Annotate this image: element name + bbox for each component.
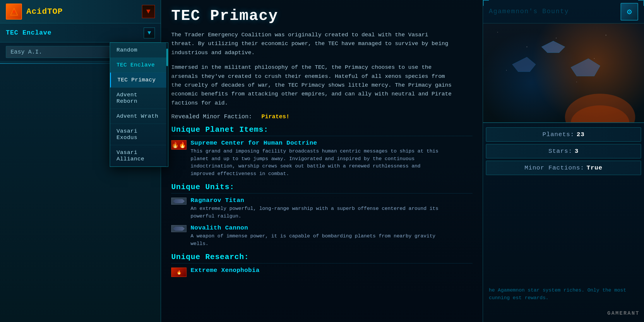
unit-2-desc: A weapon of immense power, it is capable…	[191, 232, 445, 247]
header-title-fade: Agamemnon's Bounty	[489, 8, 569, 15]
player-avatar	[6, 4, 22, 20]
planets-stat-box: Planets: 23	[486, 127, 641, 142]
svg-point-1	[13, 10, 16, 13]
research-title: Unique Research:	[171, 253, 472, 263]
player-dropdown-arrow[interactable]: ▼	[142, 5, 155, 18]
svg-point-2	[497, 32, 498, 32]
gamerant-logo: GAMERANT	[607, 310, 640, 316]
svg-point-4	[556, 38, 556, 38]
minor-factions-label: Minor Factions:	[525, 165, 584, 171]
flame-icon: 🔥🔥	[172, 141, 186, 149]
ship-shape-icon	[173, 199, 185, 203]
unit-2-icon	[171, 225, 186, 232]
stars-value: 3	[575, 148, 579, 155]
svg-marker-10	[512, 57, 536, 72]
right-header: Agamemnon's Bounty ⚙	[483, 0, 644, 23]
svg-point-8	[576, 82, 577, 82]
planets-label: Planets:	[542, 131, 574, 138]
corner-decoration-tr	[638, 0, 644, 6]
unit-2-name: Novalith Cannon	[191, 225, 445, 231]
research-1-name: Extreme Xenophobia	[191, 267, 260, 274]
minor-factions-stat-box: Minor Factions: True	[486, 161, 641, 175]
right-panel: Agamemnon's Bounty ⚙	[483, 0, 644, 322]
faction-desc-2: Immersed in the militant philosophy of t…	[171, 63, 452, 107]
stars-label: Stars:	[548, 148, 572, 155]
planet-item-1-text: Supreme Center for Human Doctrine This g…	[191, 140, 445, 177]
planet-item-1-name: Supreme Center for Human Doctrine	[191, 140, 445, 146]
svg-point-3	[527, 47, 527, 47]
research-1-icon: 🔥	[171, 268, 186, 277]
unit-1-text: Ragnarov Titan An extremely powerful, lo…	[191, 197, 445, 220]
svg-marker-11	[571, 59, 600, 76]
svg-point-6	[606, 35, 607, 36]
dropdown-item-advent-wrath[interactable]: Advent Wrath	[110, 109, 168, 124]
faction-desc-1: The Trader Emergency Coalition was origi…	[171, 30, 452, 57]
unit-2: Novalith Cannon A weapon of immense powe…	[171, 225, 472, 247]
cannon-shape-icon	[173, 227, 185, 231]
dropdown-item-tec-primacy[interactable]: TEC Primacy	[110, 73, 168, 88]
unit-1-name: Ragnarov Titan	[191, 197, 445, 204]
research-1: 🔥 Extreme Xenophobia	[171, 267, 472, 277]
dropdown-scrollbar-thumb	[166, 49, 168, 66]
unit-1-desc: An extremely powerful, long-range warshi…	[191, 205, 445, 220]
dropdown-item-vasari-alliance[interactable]: Vasari Alliance	[110, 145, 168, 167]
research-flame-icon: 🔥	[177, 270, 181, 275]
planet-item-1-desc: This grand and imposing facility broadca…	[191, 148, 445, 177]
stars-stat-box: Stars: 3	[486, 144, 641, 158]
faction-selector-row[interactable]: TEC Enclave ▼	[0, 23, 161, 42]
map-preview	[483, 23, 644, 123]
minor-faction-row: Revealed Minor Faction: Pirates!	[171, 113, 472, 120]
planet-item-1-icon: 🔥🔥	[171, 140, 186, 150]
dropdown-item-tec-enclave[interactable]: TEC Enclave	[110, 58, 168, 73]
planet-item-1: 🔥🔥 Supreme Center for Human Doctrine Thi…	[171, 140, 472, 177]
dropdown-item-vasari-exodus[interactable]: Vasari Exodus	[110, 124, 168, 145]
map-preview-inner	[483, 23, 644, 122]
corner-decoration-tl	[483, 0, 489, 6]
planets-value: 23	[577, 131, 585, 138]
dropdown-item-advent-reborn[interactable]: Advent Reborn	[110, 88, 168, 109]
svg-point-5	[594, 58, 595, 59]
bottom-description: he Agamemnon star system riches. Only th…	[486, 284, 641, 304]
minor-factions-value: True	[587, 165, 602, 171]
faction-dropdown-menu: Random TEC Enclave TEC Primacy Advent Re…	[110, 42, 168, 167]
units-title: Unique Units:	[171, 183, 472, 193]
unit-1: Ragnarov Titan An extremely powerful, lo…	[171, 197, 472, 220]
dropdown-scrollbar	[166, 43, 168, 167]
main-content: TEC Primacy The Trader Emergency Coaliti…	[161, 0, 483, 322]
gear-button[interactable]: ⚙	[621, 3, 638, 20]
minor-faction-label: Revealed Minor Faction:	[171, 113, 252, 120]
faction-dropdown-arrow[interactable]: ▼	[144, 28, 155, 38]
stats-container: Planets: 23 Stars: 3 Minor Factions: Tru…	[483, 123, 644, 182]
research-1-text: Extreme Xenophobia	[191, 267, 260, 275]
svg-marker-9	[542, 41, 565, 53]
unit-2-text: Novalith Cannon A weapon of immense powe…	[191, 225, 445, 247]
sidebar: AcidTOP ▼ TEC Enclave ▼ Easy A.I. Random…	[0, 0, 161, 322]
bottom-desc-text: he Agamemnon star system riches. Only th…	[489, 287, 638, 302]
player-row: AcidTOP ▼	[0, 0, 161, 23]
unit-1-icon	[171, 198, 186, 205]
faction-selector-label: TEC Enclave	[6, 29, 144, 37]
starfield-svg	[483, 23, 644, 122]
planet-items-title: Unique Planet Items:	[171, 125, 472, 136]
minor-faction-value: Pirates!	[261, 113, 290, 120]
player-name: AcidTOP	[26, 7, 142, 16]
faction-title: TEC Primacy	[171, 7, 472, 25]
svg-point-7	[506, 70, 507, 71]
dropdown-item-random[interactable]: Random	[110, 43, 168, 58]
